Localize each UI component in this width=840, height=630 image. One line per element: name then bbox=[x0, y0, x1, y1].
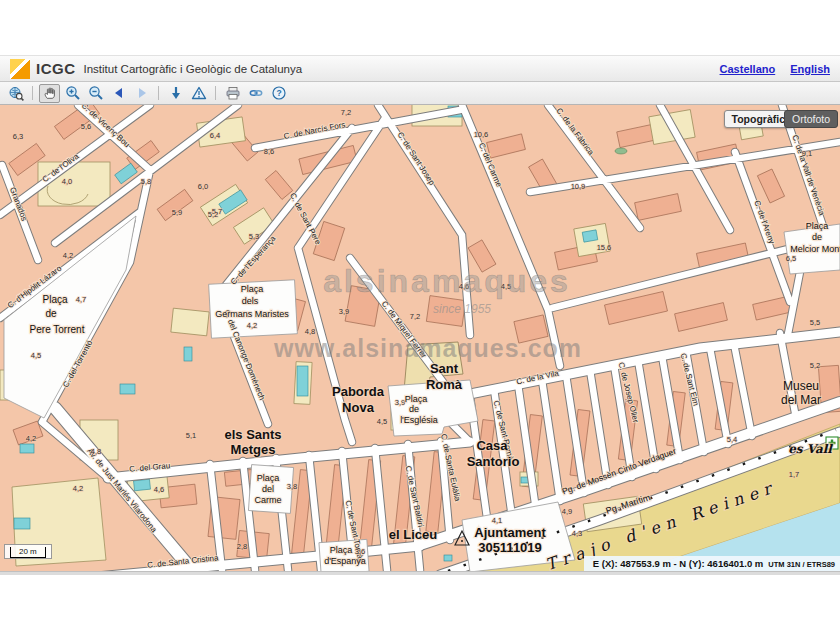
icgc-logo-icon bbox=[10, 59, 30, 79]
map-place-label: Germans Maristes bbox=[215, 309, 289, 319]
zoom-in-icon[interactable] bbox=[62, 84, 83, 103]
map-place-label: Plaça bbox=[241, 284, 264, 294]
map-place-label: de bbox=[812, 232, 822, 242]
print-icon[interactable] bbox=[222, 84, 243, 103]
survey-marker-dot bbox=[461, 540, 463, 542]
lang-english-link[interactable]: English bbox=[790, 63, 830, 75]
spot-height: 7,2 bbox=[410, 312, 420, 321]
map-viewport[interactable]: C. de Vicenç BouC. de l'OlivaGranadosC. … bbox=[0, 105, 840, 571]
spot-height: 3,9 bbox=[395, 398, 405, 407]
history-forward-icon[interactable] bbox=[131, 84, 152, 103]
zoom-out-icon[interactable] bbox=[85, 84, 106, 103]
map-place-label: el Liceu bbox=[389, 527, 437, 542]
lang-castellano-link[interactable]: Castellano bbox=[720, 63, 776, 75]
map-place-label: l'Església bbox=[400, 415, 438, 425]
map-place-label: Paborda bbox=[332, 384, 385, 399]
toolbar-separator bbox=[215, 86, 216, 100]
pan-hand-icon[interactable] bbox=[39, 84, 60, 103]
map-place-label: Melcior Mont bbox=[790, 244, 840, 254]
map-place-label: del bbox=[262, 484, 274, 494]
map-canvas: C. de Vicenç BouC. de l'OlivaGranadosC. … bbox=[0, 105, 840, 571]
map-place-label: Plaça bbox=[405, 394, 428, 404]
map-place-label: Plaça bbox=[257, 473, 280, 483]
warning-triangle-icon[interactable] bbox=[188, 84, 209, 103]
green-area bbox=[615, 148, 627, 154]
spot-height: 7,2 bbox=[341, 108, 351, 117]
toolbar-separator bbox=[32, 86, 33, 100]
spot-height: 6,4 bbox=[210, 131, 220, 140]
spot-height: 4,6 bbox=[154, 485, 164, 494]
spot-height: 5,4 bbox=[727, 435, 737, 444]
zoom-world-icon[interactable] bbox=[5, 84, 26, 103]
watermark-tagline: since 1955 bbox=[433, 302, 491, 316]
scale-bar: 20 m bbox=[4, 544, 52, 559]
map-place-label: Ajuntament bbox=[474, 525, 546, 540]
watermark-brand: alsinamaques bbox=[323, 263, 571, 299]
spot-height: 3,8 bbox=[287, 482, 297, 491]
spot-height: 4,9 bbox=[562, 507, 572, 516]
spot-height: 4,0 bbox=[62, 177, 72, 186]
swimming-pool bbox=[134, 479, 151, 491]
swimming-pool bbox=[20, 444, 34, 453]
map-place-label: de bbox=[409, 404, 419, 414]
map-place-label: Nova bbox=[342, 400, 375, 415]
map-place-label: Casa bbox=[476, 438, 508, 453]
help-icon[interactable]: ? bbox=[268, 84, 289, 103]
map-building bbox=[757, 169, 784, 203]
spot-height: 4,3 bbox=[572, 529, 582, 538]
map-place-label: Plaça bbox=[806, 221, 829, 231]
map-place-label: 305111019 bbox=[478, 540, 542, 555]
map-place-label: de bbox=[45, 308, 57, 319]
spot-height: 15,6 bbox=[597, 243, 612, 252]
swimming-pool bbox=[14, 518, 30, 529]
spot-height: 4,5 bbox=[31, 351, 41, 360]
spot-height: 4,2 bbox=[26, 434, 36, 443]
map-street-label: C. de Sant Josep bbox=[396, 130, 437, 187]
map-street-label: C. de la Fàbrica bbox=[554, 106, 596, 157]
swimming-pool bbox=[184, 347, 192, 361]
spot-height: 10,9 bbox=[571, 182, 586, 191]
link-icon[interactable] bbox=[245, 84, 266, 103]
map-place-label: Romà bbox=[426, 377, 463, 392]
map-place-label: Plaça bbox=[42, 294, 67, 305]
map-place-label: es Vall bbox=[788, 442, 833, 456]
map-place-label: del Mar bbox=[781, 393, 821, 407]
layer-ortofoto-button[interactable]: Ortofoto bbox=[784, 110, 838, 128]
map-place-label: Sant bbox=[430, 361, 459, 376]
spot-height: 5,6 bbox=[81, 122, 91, 131]
spot-height: 4,2 bbox=[63, 251, 73, 260]
spot-height: 3,9 bbox=[339, 307, 349, 316]
spot-height: 8,6 bbox=[264, 147, 274, 156]
spot-height: 4,1 bbox=[492, 516, 502, 525]
map-place-label: els Sants bbox=[224, 427, 281, 442]
map-building bbox=[635, 194, 682, 221]
spot-height: 5,5 bbox=[810, 318, 820, 327]
help-glyph: ? bbox=[276, 88, 281, 98]
swimming-pool bbox=[582, 230, 598, 242]
spot-height: 6,3 bbox=[13, 132, 23, 141]
spot-height: 5,2 bbox=[810, 361, 820, 370]
coordinate-readout: E (X): 487553.9 m - N (Y): 4616401.0 m bbox=[593, 558, 764, 569]
map-place-label: dels bbox=[242, 296, 259, 306]
map-place-label: d'Espanya bbox=[324, 556, 366, 566]
layer-topografic-button[interactable]: Topogràfic bbox=[724, 110, 793, 128]
logo-text: ICGC bbox=[36, 60, 76, 77]
spot-height: 1,7 bbox=[789, 470, 799, 479]
spot-height: 4,8 bbox=[91, 447, 101, 456]
map-place-label: Metges bbox=[231, 442, 276, 457]
watermark-url: www.alsinamaques.com bbox=[273, 334, 582, 362]
spot-height: 2,8 bbox=[237, 542, 247, 551]
spot-height: 5,3 bbox=[249, 232, 259, 241]
spot-height: 4,2 bbox=[247, 321, 257, 330]
map-building bbox=[617, 124, 656, 147]
spot-height: 4,5 bbox=[377, 417, 387, 426]
browser-content: ICGC Institut Cartogràfic i Geològic de … bbox=[0, 55, 840, 575]
status-bar: E (X): 487553.9 m - N (Y): 4616401.0 m U… bbox=[584, 556, 840, 571]
map-place-label: Pere Torrent bbox=[30, 324, 85, 335]
spot-height: 5,8 bbox=[141, 177, 151, 186]
history-back-icon[interactable] bbox=[108, 84, 129, 103]
toolbar-separator bbox=[158, 86, 159, 100]
download-point-icon[interactable] bbox=[165, 84, 186, 103]
spot-height: 4,2 bbox=[73, 484, 83, 493]
scale-label: 20 m bbox=[10, 547, 46, 558]
